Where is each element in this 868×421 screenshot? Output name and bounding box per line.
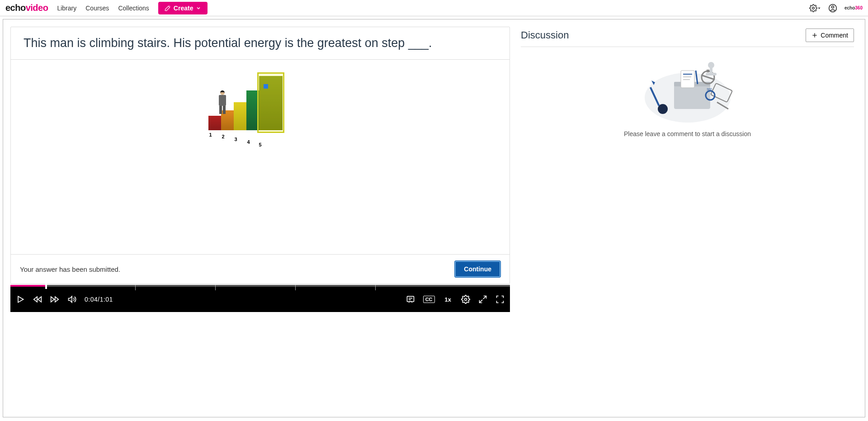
step-label-5: 5 <box>259 142 262 147</box>
progress-fill <box>10 285 45 287</box>
step-3 <box>234 102 246 130</box>
submission-status: Your answer has been submitted. <box>20 265 120 273</box>
rewind-icon <box>33 295 42 304</box>
question-body: 1 2 3 4 5 <box>11 60 509 254</box>
fullscreen-button[interactable] <box>495 295 505 304</box>
content-column: This man is climbing stairs. His potenti… <box>10 27 510 410</box>
chapter-tick <box>375 285 376 290</box>
wand-icon <box>165 5 171 11</box>
step-label-2: 2 <box>222 134 225 139</box>
captions-button[interactable]: CC <box>423 296 435 303</box>
main-frame: This man is climbing stairs. His potenti… <box>3 19 865 417</box>
continue-button[interactable]: Continue <box>455 261 500 277</box>
nav-courses[interactable]: Courses <box>85 5 109 12</box>
chapter-tick <box>295 285 296 290</box>
transcript-button[interactable] <box>406 295 415 304</box>
svg-marker-7 <box>51 297 55 302</box>
user-circle-icon <box>828 4 837 13</box>
step-label-4: 4 <box>247 139 250 145</box>
question-header: This man is climbing stairs. His potenti… <box>11 27 509 60</box>
brand-mini-part2: 360 <box>855 5 863 10</box>
answer-marker <box>264 84 268 89</box>
empty-illustration: 360 <box>638 52 737 125</box>
brand-part1: echo <box>5 3 26 13</box>
video-player-bar: 0:04/1:01 CC 1x <box>10 285 510 312</box>
progress-handle[interactable] <box>45 284 47 289</box>
speed-button[interactable]: 1x <box>443 296 453 303</box>
add-comment-button[interactable]: Comment <box>806 28 854 42</box>
plus-icon <box>811 32 818 38</box>
expand-icon <box>478 295 487 304</box>
discussion-prompt: Please leave a comment to start a discus… <box>521 130 854 137</box>
svg-marker-9 <box>69 296 72 302</box>
gear-icon <box>809 4 817 12</box>
volume-button[interactable] <box>67 295 76 304</box>
play-icon <box>16 295 25 304</box>
gear-icon <box>461 295 470 304</box>
chapter-tick <box>215 285 216 290</box>
step-label-3: 3 <box>235 137 237 142</box>
svg-marker-1 <box>818 7 820 9</box>
discussion-title: Discussion <box>521 29 569 41</box>
fullscreen-icon <box>495 295 505 304</box>
forward-icon <box>50 295 59 304</box>
time-display: 0:04/1:01 <box>85 296 113 303</box>
brand-part2: video <box>26 3 48 13</box>
svg-point-13 <box>465 298 467 301</box>
caret-down-icon <box>817 6 821 10</box>
svg-rect-10 <box>407 296 414 302</box>
create-label: Create <box>174 5 193 12</box>
play-button[interactable] <box>16 295 25 304</box>
brand-mini[interactable]: echo360 <box>844 5 863 10</box>
question-prompt: This man is climbing stairs. His potenti… <box>24 36 497 50</box>
step-5 <box>259 76 283 130</box>
nav-collections[interactable]: Collections <box>118 5 149 12</box>
player-controls: 0:04/1:01 CC 1x <box>10 287 510 312</box>
svg-rect-33 <box>710 67 712 74</box>
brand-mini-part1: echo <box>844 5 855 10</box>
svg-point-0 <box>812 7 815 9</box>
top-bar: echovideo Library Courses Collections Cr… <box>0 0 868 16</box>
step-4 <box>246 90 259 130</box>
question-card: This man is climbing stairs. His potenti… <box>10 27 510 284</box>
create-button[interactable]: Create <box>158 2 208 14</box>
question-footer: Your answer has been submitted. Continue <box>11 254 509 284</box>
chapter-tick <box>135 285 136 290</box>
player-settings-button[interactable] <box>461 295 470 304</box>
svg-marker-8 <box>55 297 58 302</box>
account-button[interactable] <box>828 4 837 13</box>
stairs-illustration[interactable]: 1 2 3 4 5 <box>208 69 299 141</box>
svg-marker-6 <box>38 297 42 302</box>
settings-dropdown-button[interactable] <box>809 4 821 12</box>
discussion-panel: Discussion Comment <box>521 27 858 410</box>
comment-label: Comment <box>821 32 848 39</box>
volume-icon <box>67 295 76 304</box>
svg-text:360: 360 <box>707 88 712 91</box>
expand-button[interactable] <box>478 295 487 304</box>
step-label-1: 1 <box>209 132 212 137</box>
discussion-empty-state: 360 Please leave a comment to start a di… <box>521 47 854 137</box>
svg-marker-4 <box>18 296 24 302</box>
forward-button[interactable] <box>50 295 59 304</box>
svg-marker-5 <box>34 297 38 302</box>
svg-rect-34 <box>706 73 717 76</box>
nav-library[interactable]: Library <box>57 5 76 12</box>
person-icon <box>216 90 229 116</box>
svg-point-32 <box>708 62 714 68</box>
brand-logo[interactable]: echovideo <box>5 3 48 13</box>
svg-point-3 <box>831 6 834 8</box>
step-1 <box>208 116 221 130</box>
progress-track[interactable] <box>10 285 510 287</box>
svg-rect-29 <box>707 70 709 72</box>
rewind-button[interactable] <box>33 295 42 304</box>
transcript-icon <box>406 295 415 304</box>
discussion-header: Discussion Comment <box>521 28 854 47</box>
chevron-down-icon <box>196 5 201 11</box>
